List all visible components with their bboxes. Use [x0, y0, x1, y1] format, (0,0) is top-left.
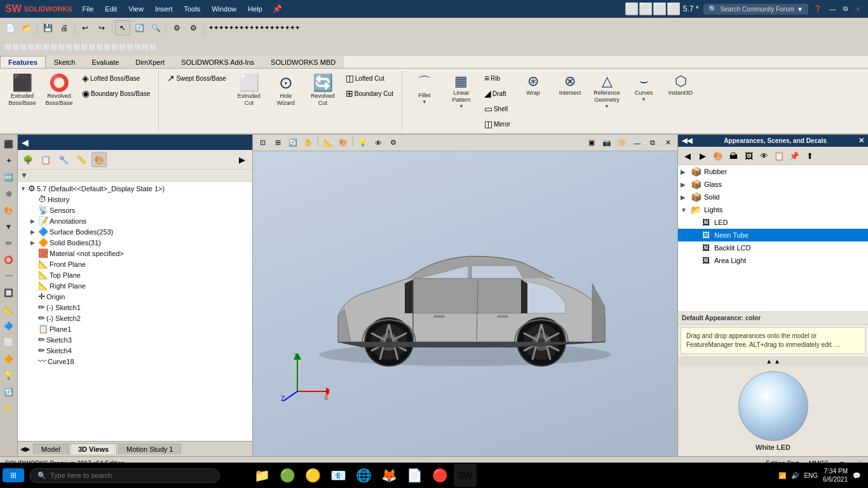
ap-copy-btn[interactable]: 📋 [772, 149, 786, 163]
app-btn-1[interactable]: 🟢 [276, 464, 299, 487]
ap-decal-btn[interactable]: 🖼 [742, 149, 756, 163]
taskview-button[interactable]: ⊟ [225, 464, 248, 487]
tree-item-origin[interactable]: ✛ Origin [18, 291, 252, 302]
tree-item-sketch1[interactable]: ✏ (-) Sketch1 [18, 302, 252, 313]
ap-paste-btn[interactable]: 📌 [787, 149, 801, 163]
close-button[interactable]: ✕ [853, 4, 863, 14]
new-button[interactable]: 📄 [3, 20, 18, 36]
tab-dimxpert[interactable]: DimXpert [127, 56, 173, 68]
appearance-tab[interactable]: 🎨 [92, 152, 107, 167]
tree-item-history[interactable]: ⏱ History [18, 194, 252, 205]
tree-item-sketch2[interactable]: ✏ (-) Sketch2 [18, 313, 252, 323]
tree-item-surface-bodies[interactable]: ▶ 🔷 Surface Bodies(253) [18, 226, 252, 237]
settings2-button[interactable]: ⚙ [186, 20, 201, 36]
revolved-cut-button[interactable]: 🔄 RevolvedCut [306, 71, 340, 109]
tree-item-right-plane[interactable]: 📐 Right Plane [18, 280, 252, 291]
left-cmd-5[interactable]: 🎨 [2, 203, 16, 217]
reference-geometry-button[interactable]: △ ReferenceGeometry ▼ [590, 71, 624, 111]
sub-btn-1[interactable]: ⬜⬜⬜⬜⬜⬜⬜⬜⬜⬜⬜⬜⬜⬜⬜⬜⬜⬜⬜⬜ [3, 40, 159, 54]
ap-expand-solid[interactable]: ▶ [681, 194, 689, 201]
ap-item-led[interactable]: 🖼 LED [678, 216, 868, 229]
close-viewport-btn[interactable]: ✕ [661, 136, 675, 150]
config-manager-tab[interactable]: 🔧 [56, 152, 71, 167]
print-button[interactable]: 🖨 [57, 20, 72, 36]
expand-icon[interactable]: ▶ [31, 229, 38, 235]
tab-features[interactable]: Features [0, 56, 46, 68]
feature-manager-tab[interactable]: 🌳 [20, 152, 36, 167]
tree-item-sketch3[interactable]: ✏ Sketch3 [18, 334, 252, 345]
ap-item-glass[interactable]: ▶ 📦 Glass [678, 178, 868, 191]
tree-item-plane1[interactable]: 📋 Plane1 [18, 323, 252, 334]
left-cmd-10[interactable]: 🔲 [2, 286, 16, 300]
app-btn-6[interactable]: 📄 [403, 464, 426, 487]
app-btn-2[interactable]: 🟡 [301, 464, 324, 487]
boundary-cut-button[interactable]: ⊞ Boundary Cut [342, 86, 397, 100]
restore-button[interactable]: ⧉ [840, 4, 850, 14]
undo-button[interactable]: ↩ [78, 20, 93, 36]
scroll-right-btn[interactable]: ▶ [25, 445, 31, 452]
left-cmd-11[interactable]: 📐 [2, 302, 16, 316]
swept-boss-base-button[interactable]: ↗ Swept Boss/Base [164, 71, 229, 85]
pan-view-btn[interactable]: ✋ [301, 136, 315, 150]
search-placeholder[interactable]: Search Community Forum [720, 6, 794, 13]
rotate-button[interactable]: 🔄 [132, 20, 147, 36]
view-settings-btn[interactable]: ⚙ [386, 136, 400, 150]
view-orientation-btn[interactable]: 📐 [321, 136, 335, 150]
minimize-button[interactable]: — [827, 4, 837, 14]
search-dropdown-icon[interactable]: ▼ [797, 6, 803, 13]
tree-expand-icon[interactable]: ▼ [20, 186, 28, 192]
tree-item-curve18[interactable]: 〰 Curve18 [18, 356, 252, 367]
open-button[interactable]: 📂 [19, 20, 34, 36]
expand-panel-btn[interactable]: ▶ [234, 152, 250, 167]
zoom-to-selection-btn[interactable]: ⊞ [271, 136, 285, 150]
display-mode-btn[interactable]: 💡 [356, 136, 370, 150]
3d-views-tab[interactable]: 3D Views [70, 444, 117, 454]
menu-tools[interactable]: Tools [179, 4, 205, 14]
left-cmd-12[interactable]: 🔷 [2, 319, 16, 333]
curves-button[interactable]: ⌣ Curves ▼ [627, 71, 661, 104]
left-cmd-4[interactable]: ⊕ [2, 187, 16, 201]
app-btn-5[interactable]: 🦊 [377, 464, 400, 487]
motion-study-tab[interactable]: Motion Study 1 [118, 444, 181, 454]
restore-viewport-btn[interactable]: ⧉ [646, 136, 660, 150]
property-manager-tab[interactable]: 📋 [38, 152, 53, 167]
shell-button[interactable]: ▭ Shell [481, 102, 513, 116]
left-cmd-7[interactable]: ✏ [2, 236, 16, 250]
tree-item-solid-bodies[interactable]: ▶ 🔶 Solid Bodies(31) [18, 237, 252, 248]
expand-icon[interactable]: ▶ [31, 240, 38, 246]
ap-item-area-light[interactable]: 🖼 Area Light [678, 254, 868, 267]
collapse-panel-button[interactable]: ◀ [20, 136, 30, 149]
ap-expand-rubber[interactable]: ▶ [681, 168, 689, 175]
menu-file[interactable]: File [78, 4, 99, 14]
menu-edit[interactable]: Edit [100, 4, 122, 14]
tb-btn-1[interactable]: ✦✦✦✦✦✦✦✦✦✦✦✦✦✦✦✦✦✦ [207, 20, 302, 36]
hide-show-btn[interactable]: 👁 [371, 136, 385, 150]
left-cmd-13[interactable]: ⬜ [2, 336, 16, 349]
dim-xpert-tab[interactable]: 📏 [74, 152, 89, 167]
ap-item-neon-tube[interactable]: 🖼 Neon Tube [678, 229, 868, 241]
left-cmd-14[interactable]: 🔶 [2, 352, 16, 366]
tree-item-material[interactable]: 🧱 Material <not specified> [18, 248, 252, 259]
ap-expand-lights[interactable]: ▼ [681, 207, 689, 214]
tree-root[interactable]: ▼ ⚙ 5.7 (Default<<Default>_Display State… [18, 183, 252, 194]
menu-view[interactable]: View [123, 4, 149, 14]
notification-icon[interactable]: 💬 [853, 472, 860, 479]
taskbar-search-input[interactable] [50, 471, 212, 479]
left-cmd-16[interactable]: 🔃 [2, 385, 16, 399]
zoom-to-fit-btn[interactable]: ⊡ [255, 136, 269, 150]
ap-view-btn[interactable]: 👁 [757, 149, 771, 163]
revolved-boss-base-button[interactable]: ⭕ RevolvedBoss/Base [42, 71, 76, 109]
fillet-button[interactable]: ⌒ Fillet ▼ [407, 71, 442, 107]
redo-button[interactable]: ↪ [94, 20, 109, 36]
viewport[interactable]: ⊡ ⊞ 🔄 ✋ 📐 🎨 💡 👁 ⚙ ▣ 📷 🔆 — [253, 135, 677, 456]
tab-addins[interactable]: SOLIDWORKS Add-Ins [173, 56, 262, 68]
settings-button[interactable]: ⚙ [169, 20, 184, 36]
app-btn-4[interactable]: 🌐 [352, 464, 375, 487]
save-button[interactable]: 💾 [40, 20, 55, 36]
left-cmd-3[interactable]: 🔤 [2, 170, 16, 184]
ap-item-solid[interactable]: ▶ 📦 Solid [678, 191, 868, 203]
taskbar-search[interactable]: 🔍 [29, 468, 220, 483]
camera-btn[interactable]: 📷 [600, 136, 614, 150]
left-cmd-6[interactable]: ▼ [2, 220, 16, 234]
select-button[interactable]: ↖ [115, 20, 130, 36]
